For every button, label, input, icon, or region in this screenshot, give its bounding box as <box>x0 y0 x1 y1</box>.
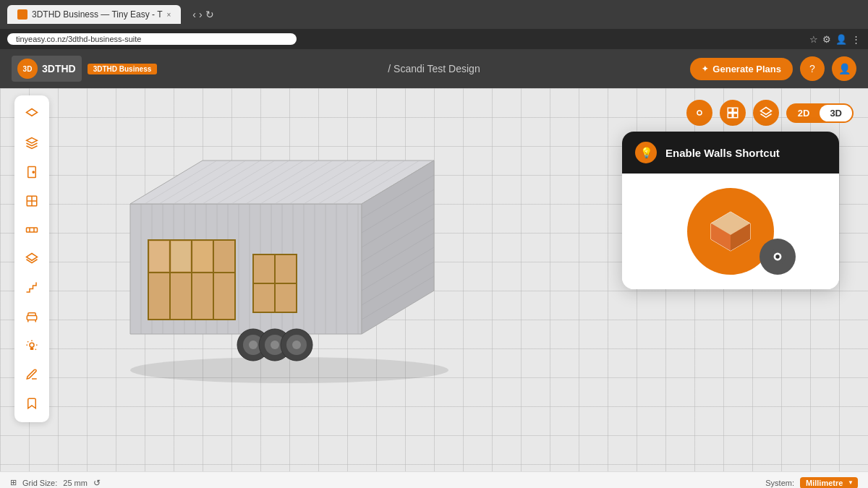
svg-rect-13 <box>27 228 38 232</box>
nav-back[interactable]: ‹ <box>192 9 196 20</box>
tooltip-overlay-icon <box>760 239 796 275</box>
layers-view-btn[interactable] <box>753 100 779 126</box>
enable-walls-shortcut-popup: 💡 Enable Walls Shortcut <box>622 132 839 289</box>
user-button[interactable]: 👤 <box>832 56 856 81</box>
mode-2d-btn[interactable]: 2D <box>788 105 820 121</box>
tooltip-title: Enable Walls Shortcut <box>665 147 780 159</box>
svg-point-27 <box>130 357 448 383</box>
svg-line-23 <box>27 341 28 342</box>
system-label: System: <box>765 479 794 487</box>
grid-size-value: 25 mm <box>63 479 88 487</box>
building-svg <box>87 146 492 392</box>
svg-rect-4 <box>728 114 732 118</box>
left-sidebar <box>14 95 49 422</box>
sidebar-item-lighting[interactable] <box>19 333 45 359</box>
svg-marker-16 <box>27 254 38 261</box>
tab-title: 3DTHD Business — Tiny Easy - T <box>32 9 163 20</box>
help-button[interactable]: ? <box>800 56 825 81</box>
grid-size-label: Grid Size: <box>22 479 57 487</box>
browser-tab[interactable]: 3DTHD Business — Tiny Easy - T × <box>7 5 181 24</box>
bookmark-icon[interactable]: ☆ <box>809 34 818 45</box>
building-3d-model <box>87 146 448 377</box>
nav-reload[interactable]: ↻ <box>205 9 214 20</box>
tooltip-header: 💡 Enable Walls Shortcut <box>622 132 839 174</box>
logo-icon: 3D <box>17 59 38 79</box>
svg-point-1 <box>698 111 702 115</box>
tab-favicon <box>17 9 27 20</box>
tab-close-btn[interactable]: × <box>167 11 171 19</box>
camera-view-btn[interactable] <box>686 100 712 126</box>
sidebar-item-stairs[interactable] <box>19 275 45 301</box>
svg-point-95 <box>292 341 301 349</box>
view-option-btn[interactable] <box>720 100 746 126</box>
logo-text: 3DTHD <box>42 63 76 74</box>
business-badge: 3DTHD Business <box>88 64 158 74</box>
svg-rect-5 <box>733 114 738 118</box>
sidebar-item-cube[interactable] <box>19 130 45 156</box>
tooltip-header-icon: 💡 <box>635 142 657 163</box>
browser-chrome: 3DTHD Business — Tiny Easy - T × ‹ › ↻ <box>0 0 868 29</box>
logo-area: 3D 3DTHD 3DTHD Business <box>12 56 157 82</box>
browser-action-icons: ☆ ⚙ 👤 ⋮ <box>809 34 861 45</box>
svg-line-24 <box>35 349 36 350</box>
grid-icon: ⊞ <box>10 478 17 487</box>
svg-rect-2 <box>728 108 732 112</box>
svg-rect-82 <box>171 241 190 271</box>
sidebar-item-window[interactable] <box>19 188 45 214</box>
generate-plans-button[interactable]: Generate Plans <box>690 58 793 80</box>
project-title: / Scandi Test Design <box>388 63 480 74</box>
svg-marker-7 <box>27 109 38 116</box>
svg-point-89 <box>249 341 258 349</box>
mode-3d-btn[interactable]: 3D <box>820 105 852 121</box>
app-header: 3D 3DTHD 3DTHD Business / Scandi Test De… <box>0 49 868 88</box>
svg-point-92 <box>271 341 279 349</box>
svg-rect-17 <box>27 316 37 320</box>
menu-icon[interactable]: ⋮ <box>851 34 861 45</box>
url-text: tinyeasy.co.nz/3dthd-business-suite <box>16 35 141 43</box>
system-dropdown[interactable]: Millimetre Inch Feet <box>800 477 858 489</box>
nav-forward[interactable]: › <box>199 9 203 20</box>
svg-rect-81 <box>150 241 169 271</box>
browser-nav-controls: ‹ › ↻ <box>192 9 213 20</box>
sidebar-item-door[interactable] <box>19 159 45 185</box>
header-right: Generate Plans ? 👤 <box>690 56 856 81</box>
sidebar-item-layers[interactable] <box>19 101 45 127</box>
sidebar-item-tools[interactable] <box>19 361 45 388</box>
tooltip-body <box>622 174 839 289</box>
system-dropdown-wrapper[interactable]: Millimetre Inch Feet <box>800 477 858 489</box>
sidebar-item-stack[interactable] <box>19 246 45 272</box>
status-bar: ⊞ Grid Size: 25 mm ↺ System: Millimetre … <box>0 471 868 488</box>
extension-icon[interactable]: ⚙ <box>822 34 831 45</box>
svg-point-102 <box>775 254 779 258</box>
sidebar-item-wall[interactable] <box>19 217 45 243</box>
status-right: System: Millimetre Inch Feet <box>765 477 858 489</box>
svg-marker-6 <box>760 108 771 115</box>
svg-rect-3 <box>733 108 738 112</box>
svg-point-9 <box>33 171 34 173</box>
main-canvas: 2D 3D <box>0 88 868 471</box>
refresh-icon[interactable]: ↺ <box>93 478 101 488</box>
sidebar-item-bookmark[interactable] <box>19 390 45 416</box>
account-icon[interactable]: 👤 <box>835 34 847 45</box>
view-controls: 2D 3D <box>686 100 854 126</box>
view-mode-toggle[interactable]: 2D 3D <box>786 103 854 123</box>
sidebar-item-furniture[interactable] <box>19 304 45 330</box>
svg-rect-83 <box>193 241 212 271</box>
svg-point-20 <box>30 343 34 347</box>
address-bar-row: tinyeasy.co.nz/3dthd-business-suite ☆ ⚙ … <box>0 29 868 49</box>
logo-box: 3D 3DTHD <box>12 56 82 82</box>
address-bar[interactable]: tinyeasy.co.nz/3dthd-business-suite <box>7 33 297 45</box>
